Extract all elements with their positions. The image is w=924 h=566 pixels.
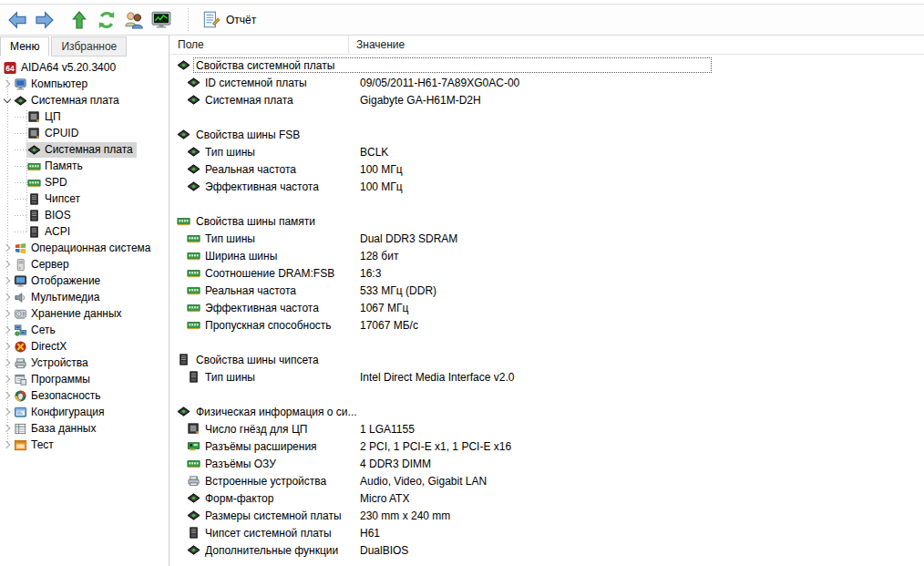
tab-menu[interactable]: Меню [0,36,49,57]
tree-item[interactable]: ACPI [0,223,169,240]
table-row[interactable]: Разъёмы ОЗУ4 DDR3 DIMM [169,455,924,472]
tree-item[interactable]: Сеть [0,322,169,338]
motherboard-icon [27,143,41,157]
chevron-right-icon[interactable] [1,376,13,382]
chevron-right-icon[interactable] [1,327,13,333]
tree-item-content: ЦП [26,109,65,125]
table-row[interactable]: Системная платаGigabyte GA-H61M-D2H [169,91,924,108]
refresh-button[interactable] [93,7,120,33]
table-row[interactable]: Соотношение DRAM:FSB16:3 [169,264,924,282]
tree-item[interactable]: Отображение [0,273,169,289]
tree-item[interactable]: Устройства [0,355,169,371]
server-icon [14,258,27,272]
chevron-right-icon[interactable] [1,393,13,398]
chevron-right-icon[interactable] [1,262,13,267]
chevron-down-icon[interactable] [1,98,13,102]
table-row[interactable]: Реальная частота533 МГц (DDR) [169,282,924,299]
column-header-value[interactable]: Значение [349,38,405,51]
up-button[interactable] [66,7,93,33]
tree-item[interactable]: Системная плата [0,92,169,108]
users-button[interactable] [120,7,148,33]
tree-item[interactable]: Системная плата [0,141,169,158]
field-value: 4 DDR3 DIMM [353,458,431,470]
chevron-right-icon[interactable] [1,409,13,415]
tree-item[interactable]: BIOS [0,207,169,223]
refresh-icon [96,9,118,31]
tree-item[interactable]: Программы [0,371,169,387]
chevron-right-icon[interactable] [1,81,13,87]
tree-item[interactable]: Тест [0,437,169,453]
table-row[interactable]: Пропускная способность17067 МБ/с [169,316,924,334]
chevron-right-icon[interactable] [1,426,13,431]
tree-item[interactable]: Конфигурация [0,404,169,420]
tree-item-content: Операционная система [13,241,155,256]
section-header-row[interactable]: Физическая информация о си... [169,403,924,420]
section-header-row[interactable]: Свойства шины чипсета [169,351,924,368]
tree-item-label: CPUID [45,127,78,139]
tree-item-content: Тест [13,437,57,453]
table-row[interactable]: Встроенные устройстваAudio, Video, Gigab… [169,472,924,489]
forward-button[interactable] [31,7,58,33]
info-rows: Свойства системной платыID системной пла… [169,55,924,559]
tree-item[interactable]: Компьютер [0,76,169,92]
column-header-field[interactable]: Поле [169,36,349,54]
tree-item[interactable]: Хранение данных [0,305,169,322]
tree-item-content: CPUID [26,126,82,141]
section-header-row[interactable]: Свойства системной платы [169,57,924,74]
tree-item[interactable]: ЦП [0,108,169,125]
report-button[interactable]: Отчёт [194,7,263,33]
system-monitor-button[interactable] [148,7,175,33]
field-cell: Реальная частота [169,162,353,176]
tree-item[interactable]: 64AIDA64 v5.20.3400 [0,59,169,76]
devices-icon [187,474,200,488]
table-row[interactable]: Размеры системной платы230 mm x 240 mm [169,507,924,524]
chevron-right-icon[interactable] [1,278,13,283]
chevron-right-icon[interactable] [1,245,13,251]
chevron-right-icon[interactable] [1,360,13,365]
section-header-row[interactable]: Свойства шины FSB [169,126,924,143]
tree-item[interactable]: Память [0,158,169,174]
table-row[interactable]: Число гнёзд для ЦП1 LGA1155 [169,420,924,437]
tree-item[interactable]: Мультимедиа [0,289,169,305]
table-row[interactable]: ID системной платы09/05/2011-H61-7A89XG0… [169,74,924,91]
field-value: 17067 МБ/с [353,319,418,332]
tree-item[interactable]: Операционная система [0,240,169,256]
tree-item-content: Безопасность [13,388,105,404]
table-row[interactable]: Чипсет системной платыH61 [169,524,924,541]
tree-item[interactable]: Сервер [0,256,169,273]
table-row[interactable]: Тип шиныIntel Direct Media Interface v2.… [169,368,924,386]
table-row[interactable]: Тип шиныDual DDR3 SDRAM [169,230,924,247]
motherboard-icon [187,509,200,522]
table-row[interactable]: Ширина шины128 бит [169,247,924,264]
table-row[interactable]: Разъёмы расширения2 PCI, 1 PCI-E x1, 1 P… [169,437,924,455]
chevron-right-icon[interactable] [1,442,13,448]
tree-item[interactable]: SPD [0,174,169,190]
tab-favorites[interactable]: Избранное [51,36,127,57]
field-value: 100 МГц [353,163,403,176]
table-row[interactable]: Дополнительные функцииDualBIOS [169,541,924,559]
programs-icon [14,373,27,386]
section-title: Свойства шины чипсета [196,354,319,366]
table-row[interactable]: Форм-факторMicro ATX [169,489,924,507]
tree-item-label: SPD [45,176,67,189]
tree-item-label: Системная плата [45,143,133,156]
tree-item[interactable]: База данных [0,420,169,437]
chevron-right-icon[interactable] [1,294,13,300]
tree-item[interactable]: Чипсет [0,190,169,207]
chevron-right-icon[interactable] [1,344,13,349]
tree-item[interactable]: CPUID [0,125,169,141]
chevron-right-icon[interactable] [1,311,13,316]
tree-item[interactable]: DirectX [0,338,169,355]
chip-icon [27,225,41,239]
storage-icon [14,307,27,321]
back-button[interactable] [4,7,31,33]
table-row[interactable]: Эффективная частота100 МГц [169,178,924,195]
tree-item-content: Компьютер [13,77,91,92]
devices-icon [14,356,27,370]
field-name: Разъёмы расширения [205,440,317,453]
section-header-row[interactable]: Свойства шины памяти [169,212,924,230]
table-row[interactable]: Эффективная частота1067 МГц [169,299,924,316]
table-row[interactable]: Реальная частота100 МГц [169,160,924,178]
table-row[interactable]: Тип шиныBCLK [169,143,924,160]
tree-item[interactable]: Безопасность [0,387,169,404]
